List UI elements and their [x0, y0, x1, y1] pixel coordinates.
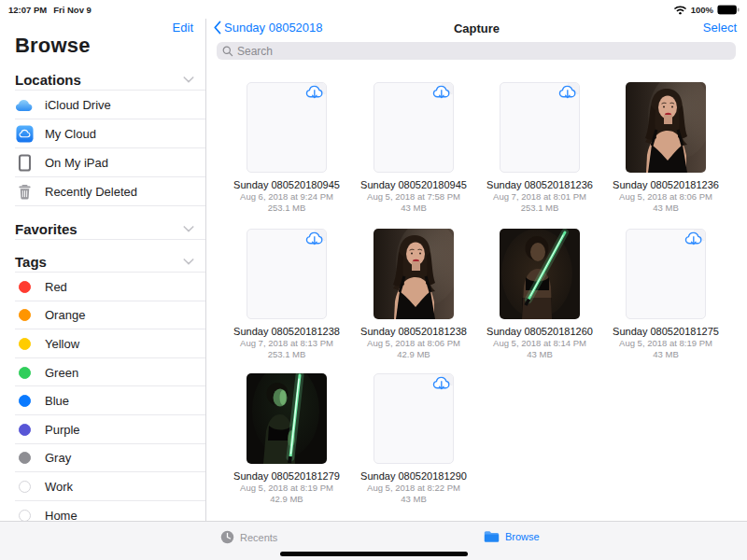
search-bar[interactable]	[217, 42, 736, 60]
browse-sidebar: Edit Browse Locations iCloud Drive My Cl…	[0, 19, 206, 521]
file-date: Aug 5, 2018 at 8:06 PM	[351, 338, 476, 349]
sidebar-item-tag-home[interactable]: Home	[0, 501, 205, 521]
file-date: Aug 5, 2018 at 8:19 PM	[603, 338, 728, 349]
file-date: Aug 5, 2018 at 8:19 PM	[224, 483, 349, 494]
chevron-down-icon[interactable]	[183, 259, 194, 265]
tag-label: Purple	[45, 423, 80, 437]
sidebar-item-tag-purple[interactable]: Purple	[0, 415, 205, 444]
sidebar-item-tag-green[interactable]: Green	[0, 358, 205, 387]
folder-content-pane: Sunday 08052018 Capture Select Sunday 08…	[206, 19, 747, 521]
bottom-tab-bar: Recents Browse	[0, 521, 747, 560]
file-name: Sunday 080520181238	[224, 326, 349, 338]
file-name: Sunday 080520180945	[351, 179, 476, 191]
tab-recents-label: Recents	[240, 532, 277, 543]
sidebar-item-tag-work[interactable]: Work	[0, 472, 205, 501]
divider	[15, 205, 205, 206]
sidebar-item-recently-deleted[interactable]: Recently Deleted	[0, 177, 205, 206]
cloud-download-icon[interactable]	[558, 84, 577, 100]
photo-thumbnail-portrait	[374, 229, 454, 319]
tag-label: Red	[45, 280, 67, 294]
locations-header-label: Locations	[15, 72, 81, 88]
trash-icon	[15, 183, 34, 201]
file-name: Sunday 080520181260	[477, 326, 602, 338]
file-card[interactable]: Sunday 080520181238 Aug 7, 2018 at 8:13 …	[224, 229, 349, 359]
tab-browse[interactable]: Browse	[484, 530, 540, 543]
divider	[15, 239, 205, 240]
home-indicator[interactable]	[280, 552, 468, 556]
wifi-icon	[673, 5, 687, 15]
file-card[interactable]: Sunday 080520181236 Aug 5, 2018 at 8:06 …	[603, 82, 728, 213]
navigation-bar: Sunday 08052018 Capture Select	[206, 19, 747, 41]
file-thumbnail	[374, 82, 454, 173]
file-thumbnail	[247, 229, 327, 319]
sidebar-item-tag-yellow[interactable]: Yellow	[0, 329, 205, 358]
tag-color-dot	[19, 481, 31, 493]
file-thumbnail	[247, 373, 327, 464]
tag-label: Blue	[45, 394, 69, 408]
battery-icon	[717, 5, 740, 15]
cloud-download-icon[interactable]	[432, 84, 451, 100]
file-card[interactable]: Sunday 080520181238 Aug 5, 2018 at 8:06 …	[351, 229, 476, 359]
sidebar-item-on-my-ipad[interactable]: On My iPad	[0, 148, 205, 177]
chevron-down-icon[interactable]	[183, 77, 194, 83]
file-card[interactable]: Sunday 080520181279 Aug 5, 2018 at 8:19 …	[224, 373, 349, 504]
cloud-download-icon[interactable]	[305, 231, 324, 246]
search-input[interactable]	[237, 45, 730, 58]
sidebar-item-icloud-drive[interactable]: iCloud Drive	[0, 91, 205, 119]
tag-color-dot	[19, 309, 31, 321]
tab-recents[interactable]: Recents	[220, 530, 277, 544]
sidebar-item-tag-orange[interactable]: Orange	[0, 301, 205, 330]
file-thumbnail	[374, 229, 454, 319]
chevron-down-icon[interactable]	[183, 226, 194, 232]
file-card[interactable]: Sunday 080520181260 Aug 5, 2018 at 8:14 …	[477, 229, 602, 359]
file-date: Aug 6, 2018 at 9:24 PM	[224, 191, 349, 203]
file-date: Aug 5, 2018 at 7:58 PM	[351, 191, 476, 203]
photo-thumbnail-portrait	[626, 82, 706, 173]
file-card[interactable]: Sunday 080520180945 Aug 5, 2018 at 7:58 …	[351, 82, 476, 213]
file-size: 253.1 MB	[477, 203, 602, 214]
file-name: Sunday 080520180945	[224, 179, 349, 191]
tags-section-header[interactable]: Tags	[0, 250, 205, 273]
file-size: 43 MB	[351, 494, 476, 505]
cloud-download-icon[interactable]	[305, 84, 324, 100]
file-card[interactable]: Sunday 080520181236 Aug 7, 2018 at 8:01 …	[477, 82, 602, 213]
photo-thumbnail-lightsaber	[500, 229, 580, 319]
file-thumbnail	[500, 82, 580, 173]
edit-button[interactable]: Edit	[173, 21, 193, 35]
file-size: 43 MB	[477, 349, 602, 360]
file-size: 43 MB	[603, 203, 728, 214]
sidebar-item-my-cloud[interactable]: My Cloud	[0, 119, 205, 148]
battery-percent: 100%	[691, 5, 713, 15]
folder-icon	[484, 530, 500, 543]
file-date: Aug 5, 2018 at 8:22 PM	[351, 483, 476, 494]
cloud-download-icon[interactable]	[684, 231, 703, 246]
file-size: 43 MB	[351, 203, 476, 214]
file-card[interactable]: Sunday 080520181275 Aug 5, 2018 at 8:19 …	[603, 229, 728, 359]
sidebar-title: Browse	[15, 34, 91, 58]
file-card[interactable]: Sunday 080520181290 Aug 5, 2018 at 8:22 …	[351, 373, 476, 504]
tag-label: Home	[45, 509, 78, 521]
file-name: Sunday 080520181275	[603, 326, 728, 338]
tag-label: Orange	[45, 308, 85, 322]
tag-color-dot	[19, 452, 31, 464]
sidebar-item-tag-blue[interactable]: Blue	[0, 386, 205, 415]
file-thumbnail	[247, 82, 327, 173]
tags-list: Red Orange Yellow Green Blue Purple	[0, 273, 205, 521]
favorites-section-header[interactable]: Favorites	[0, 217, 205, 240]
file-size: 42.9 MB	[351, 349, 476, 360]
sidebar-item-label: On My iPad	[45, 156, 108, 170]
tags-header-label: Tags	[15, 254, 47, 270]
select-button[interactable]: Select	[703, 21, 737, 35]
sidebar-item-tag-gray[interactable]: Gray	[0, 444, 205, 473]
file-name: Sunday 080520181236	[603, 179, 728, 191]
file-date: Aug 7, 2018 at 8:01 PM	[477, 191, 602, 203]
file-name: Sunday 080520181236	[477, 179, 602, 191]
file-size: 42.9 MB	[224, 494, 349, 505]
file-card[interactable]: Sunday 080520180945 Aug 6, 2018 at 9:24 …	[224, 82, 349, 213]
sidebar-item-tag-red[interactable]: Red	[0, 273, 205, 301]
sidebar-item-label: My Cloud	[45, 127, 96, 141]
file-thumbnail	[500, 229, 580, 319]
status-bar: 12:07 PM Fri Nov 9 100%	[0, 0, 747, 19]
locations-section-header[interactable]: Locations	[0, 68, 205, 91]
cloud-download-icon[interactable]	[432, 375, 451, 391]
